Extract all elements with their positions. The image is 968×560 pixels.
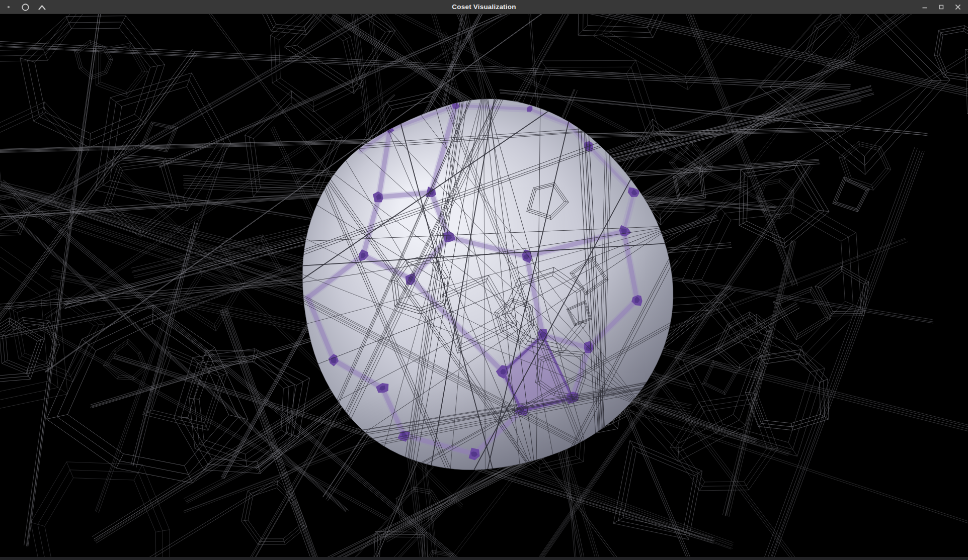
window-resize-edge[interactable] [0,557,968,560]
minimize-button[interactable] [919,1,931,13]
chevron-up-icon[interactable] [36,2,47,13]
circle-icon[interactable] [20,2,31,13]
close-button[interactable] [952,1,964,13]
titlebar-left-icons [3,0,47,14]
coset-3d-viewport[interactable] [0,14,968,557]
app-window: Coset Visualization [0,0,968,560]
status-dot-icon [3,2,14,13]
titlebar: Coset Visualization [0,0,968,14]
maximize-button[interactable] [935,1,947,13]
window-controls [919,0,964,14]
window-title: Coset Visualization [0,0,968,14]
